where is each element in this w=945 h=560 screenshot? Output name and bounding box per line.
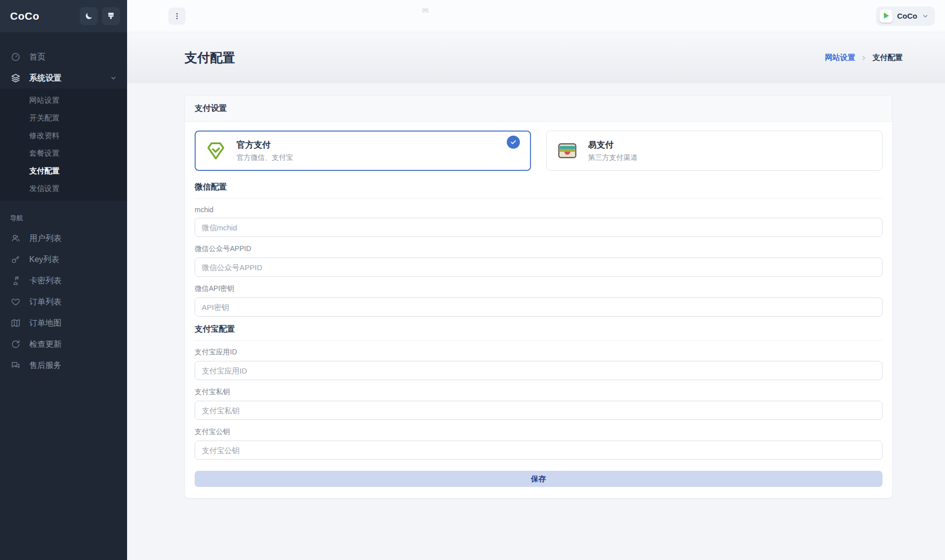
app-root: CoCo 首页 [0,0,945,560]
breadcrumb-current: 支付配置 [872,53,903,63]
user-icon [10,233,21,244]
wechat-config-section: 微信配置 mchid 微信公众号APPID 微信API密钥 [195,182,882,317]
option-yipay[interactable]: 易支付 第三方支付渠道 [546,131,882,171]
theme-brush-button[interactable] [102,7,120,25]
map-icon [10,318,21,329]
field-alipay-appid: 支付宝应用ID [195,348,882,380]
sidebar-subitem-site-settings[interactable]: 网站设置 [0,92,127,109]
alipay-private-key-input[interactable] [195,401,882,420]
sidebar-item-label: 卡密列表 [29,276,62,286]
settings-submenu: 网站设置 开关配置 修改资料 套餐设置 支付配置 发信设置 [0,89,127,201]
wechat-appid-input[interactable] [195,258,882,277]
sidebar-item-check-update[interactable]: 检查更新 [0,334,127,355]
option-texts: 易支付 第三方支付渠道 [588,139,637,162]
breadcrumb-parent-link[interactable]: 网站设置 [825,53,855,63]
sidebar-item-label: 订单列表 [29,297,62,307]
panel-body: 官方支付 官方微信、支付宝 [185,122,892,498]
sidebar-item-user-list[interactable]: 用户列表 [0,228,127,249]
alipay-config-section: 支付宝配置 支付宝应用ID 支付宝私钥 支付宝公钥 [195,324,882,460]
sidebar-item-label: 检查更新 [29,339,62,350]
sidebar-item-system-settings[interactable]: 系统设置 [0,68,127,89]
watermark-artifact: ✉ [422,6,429,15]
page-title: 支付配置 [185,49,235,66]
field-label: 支付宝公钥 [195,427,882,437]
sidebar-item-label: 售后服务 [29,360,62,371]
sidebar-item-label: 订单地图 [29,318,62,329]
field-mchid: mchid [195,206,882,237]
payment-method-options: 官方支付 官方微信、支付宝 [195,131,882,171]
chat-icon [10,360,21,371]
user-menu-button[interactable]: CoCo [876,7,935,26]
sidebar-header: CoCo [0,0,127,32]
sidebar: CoCo 首页 [0,0,127,560]
sidebar-item-card-key-list[interactable]: 卡密列表 [0,270,127,291]
mchid-input[interactable] [195,218,882,237]
panel-header: 支付设置 [185,96,892,122]
section-heading: 支付宝配置 [195,324,882,341]
sidebar-subitem-plan-settings[interactable]: 套餐设置 [0,145,127,162]
option-official-payment[interactable]: 官方支付 官方微信、支付宝 [195,131,531,171]
page-hero: 支付配置 网站设置 支付配置 [127,32,945,83]
brush-icon [106,12,115,21]
layers-icon [10,73,21,84]
main-area: ✉ CoCo 支付配置 [127,0,945,560]
wechat-api-key-input[interactable] [195,297,882,317]
user-name: CoCo [897,12,917,20]
sidebar-subitem-switch-config[interactable]: 开关配置 [0,109,127,127]
field-label: 支付宝应用ID [195,348,882,357]
field-label: 微信API密钥 [195,284,882,293]
field-label: 微信公众号APPID [195,244,882,254]
chevron-down-icon [922,13,929,20]
selected-check-icon [507,136,520,149]
sidebar-item-label: Key列表 [29,255,60,265]
breadcrumb: 网站设置 支付配置 [825,53,903,63]
sidebar-item-after-sales[interactable]: 售后服务 [0,355,127,376]
option-title: 官方支付 [237,139,293,151]
sidebar-item-home[interactable]: 首页 [0,46,127,68]
field-label: mchid [195,206,882,214]
field-label: 支付宝私钥 [195,388,882,397]
sidebar-nav: 首页 系统设置 网站设置 开关配置 修改资料 套餐设置 支付配置 发信设置 导航 [0,32,127,560]
save-button[interactable]: 保存 [195,471,882,487]
field-wechat-api-key: 微信API密钥 [195,284,882,317]
field-alipay-private-key: 支付宝私钥 [195,388,882,420]
moon-icon [84,12,93,21]
dark-mode-toggle-button[interactable] [80,7,98,25]
field-wechat-appid: 微信公众号APPID [195,244,882,277]
wallet-icon [557,140,578,161]
alipay-public-key-input[interactable] [195,441,882,460]
chevron-right-icon [860,54,867,61]
dots-vertical-icon [173,12,181,20]
content-area: 支付设置 官方支付 官方微信、支付 [127,83,945,560]
sidebar-item-label: 系统设置 [29,73,62,84]
sidebar-subitem-edit-profile[interactable]: 修改资料 [0,127,127,145]
sidebar-section-label: 导航 [0,201,127,228]
top-navbar: ✉ CoCo [127,0,945,32]
sidebar-subitem-payment-config[interactable]: 支付配置 [0,162,127,180]
sidebar-item-label: 首页 [29,52,45,63]
flask-icon [10,275,21,286]
heart-icon [10,296,21,307]
sidebar-item-order-list[interactable]: 订单列表 [0,291,127,313]
sidebar-item-key-list[interactable]: Key列表 [0,249,127,270]
menu-dots-button[interactable] [168,8,186,25]
shield-check-icon [205,140,226,161]
key-icon [10,254,21,265]
sidebar-subitem-mail-settings[interactable]: 发信设置 [0,180,127,198]
chevron-down-icon [110,75,117,82]
option-texts: 官方支付 官方微信、支付宝 [237,139,293,162]
sidebar-item-order-map[interactable]: 订单地图 [0,313,127,334]
option-subtitle: 第三方支付渠道 [588,153,637,162]
avatar [879,10,893,23]
field-alipay-public-key: 支付宝公钥 [195,427,882,460]
alipay-appid-input[interactable] [195,361,882,380]
payment-settings-panel: 支付设置 官方支付 官方微信、支付 [185,95,893,499]
dashboard-icon [10,51,21,63]
section-heading: 微信配置 [195,182,882,199]
sidebar-item-label: 用户列表 [29,233,62,244]
option-title: 易支付 [588,139,637,151]
refresh-icon [10,339,21,350]
option-subtitle: 官方微信、支付宝 [237,153,293,162]
app-logo: CoCo [10,10,76,22]
